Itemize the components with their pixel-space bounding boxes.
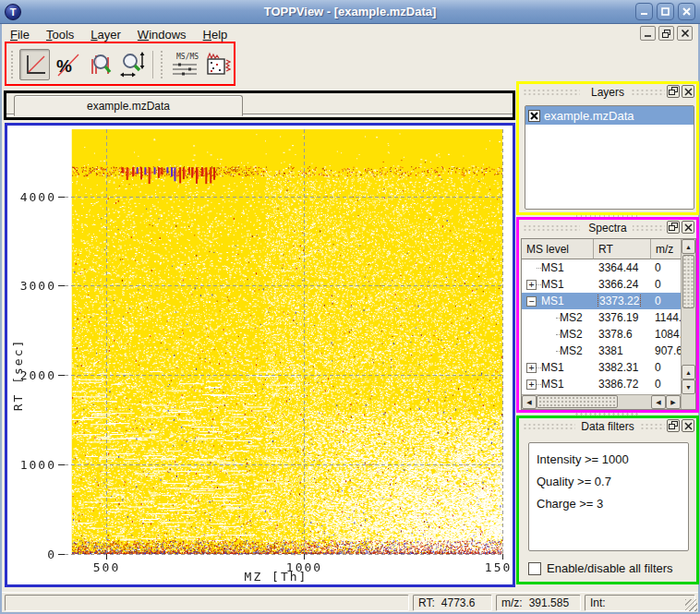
scroll-track[interactable] [682, 309, 695, 365]
data-filters-panel: Data filters Intensity >= 1000 Quality >… [519, 418, 696, 583]
msms-icon: MS/MS [170, 51, 199, 78]
svg-text:MS/MS: MS/MS [176, 53, 199, 61]
panel-close-button[interactable] [682, 85, 694, 98]
filter-item-intensity[interactable]: Intensity >= 1000 [529, 449, 688, 471]
spectra-row[interactable]: +MS1 3382.31 0 [522, 359, 681, 376]
intensity-linear-button[interactable] [19, 49, 50, 80]
spectra-panel: Spectra MS level RT m/z [519, 220, 696, 411]
layer-visibility-checkbox[interactable] [528, 110, 540, 122]
menu-layer[interactable]: Layer [82, 26, 129, 43]
filter-item-quality[interactable]: Quality >= 0.7 [529, 471, 688, 493]
close-icon [684, 422, 693, 430]
panel-drag-handle[interactable] [523, 89, 580, 95]
spectra-row[interactable]: MS1 3364.44 0 [522, 259, 681, 276]
msms-view-button[interactable]: MS/MS [169, 49, 200, 80]
restore-icon [661, 29, 671, 39]
status-message-panel [5, 595, 409, 611]
close-icon [681, 29, 690, 38]
check-x-icon [530, 112, 538, 120]
toolbar-drag-handle[interactable] [160, 50, 164, 79]
spectra-panel-titlebar[interactable]: Spectra [519, 220, 696, 235]
mz-value: 391.585 [529, 596, 569, 609]
window-title: TOPPView - [example.mzData] [0, 5, 700, 18]
spectra-row-selected[interactable]: −MS1 3373.22 0 [522, 293, 681, 309]
minimize-icon [639, 6, 649, 17]
magnifier-peaks-icon [88, 52, 114, 78]
panel-splitter[interactable] [574, 213, 639, 219]
filter-list: Intensity >= 1000 Quality >= 0.7 Charge … [528, 442, 689, 551]
resize-grip[interactable] [685, 599, 697, 611]
scroll-up-button[interactable]: ▲ [682, 239, 695, 254]
mdi-close-button[interactable] [677, 26, 693, 41]
expander-icon[interactable]: + [526, 379, 537, 390]
expander-icon[interactable]: + [526, 363, 537, 373]
panel-float-button[interactable] [667, 419, 680, 432]
filter-item-charge[interactable]: Charge >= 3 [529, 493, 688, 515]
column-header-ms-level[interactable]: MS level [522, 239, 594, 259]
layer-item-example-mzdata[interactable]: example.mzData [525, 106, 694, 125]
linear-axes-icon [23, 53, 47, 77]
window-maximize-button[interactable] [657, 3, 674, 20]
toolbar-separator [152, 51, 153, 78]
column-header-mz[interactable]: m/z [651, 239, 681, 259]
scroll-left-icon: ◀ [656, 399, 660, 406]
layers-panel-titlebar[interactable]: Layers [519, 84, 696, 100]
zoom-axes-button[interactable] [117, 49, 148, 80]
spectra-panel-title: Spectra [583, 222, 632, 235]
status-int-panel: Int: [585, 595, 695, 611]
scroll-right-button[interactable]: ▶ [666, 395, 681, 409]
scroll-left-button[interactable]: ◀ [651, 395, 666, 409]
float-icon [669, 223, 678, 232]
spectra-row[interactable]: MS2 3381 907.6 [522, 343, 681, 359]
title-bar[interactable]: T TOPPView - [example.mzData] [0, 0, 700, 24]
plot-canvas[interactable] [7, 126, 513, 584]
panel-close-button[interactable] [682, 221, 694, 234]
scroll-left-button[interactable]: ◀ [522, 395, 537, 409]
menu-help[interactable]: Help [195, 26, 236, 43]
spectra-table-header: MS level RT m/z [522, 239, 681, 259]
menu-tools[interactable]: Tools [38, 26, 82, 43]
panel-drag-handle[interactable] [523, 423, 580, 429]
window-minimize-button[interactable] [635, 3, 653, 20]
data-filters-panel-titlebar[interactable]: Data filters [519, 418, 696, 434]
status-rt-panel: RT:4773.6 [413, 595, 492, 611]
menu-bar: File Tools Layer Windows Help [2, 24, 698, 44]
spectra-row[interactable]: +MS1 3366.24 0 [522, 276, 681, 293]
panel-drag-handle[interactable] [523, 224, 580, 231]
enable-filters-label: Enable/disable all filters [547, 561, 673, 575]
menu-file[interactable]: File [2, 26, 38, 43]
vertical-scroll-thumb[interactable] [682, 255, 694, 308]
mdi-restore-button[interactable] [658, 26, 674, 41]
horizontal-scroll-thumb[interactable] [537, 395, 618, 408]
collapse-icon[interactable]: − [526, 296, 537, 307]
vertical-scrollbar[interactable]: ▲ ▲ ▼ [681, 239, 695, 409]
toolbar-drag-handle[interactable] [10, 50, 15, 79]
spectra-row[interactable]: MS2 3378.6 1084. [522, 326, 681, 343]
scroll-up-button[interactable]: ▲ [682, 365, 695, 379]
panel-float-button[interactable] [667, 85, 680, 98]
panel-close-button[interactable] [682, 419, 694, 432]
minimize-icon [644, 29, 653, 38]
spectra-rows: MS1 3364.44 0 +MS1 3366.24 0 −MS1 3373.2… [522, 259, 681, 409]
zoom-button[interactable] [85, 49, 115, 80]
float-icon [669, 87, 678, 96]
enable-filters-checkbox[interactable] [528, 562, 541, 575]
svg-text:%: % [56, 56, 72, 76]
tab-example-mzdata[interactable]: example.mzData [14, 95, 243, 116]
mdi-minimize-button[interactable] [640, 26, 656, 41]
scroll-right-icon: ▶ [670, 399, 675, 406]
window-close-button[interactable] [678, 3, 695, 20]
spectra-row[interactable]: +MS1 3386.72 0 [522, 376, 681, 392]
tab-bar: example.mzData [6, 94, 513, 117]
column-header-rt[interactable]: RT [594, 239, 651, 259]
menu-windows[interactable]: Windows [129, 26, 195, 43]
float-icon [669, 421, 678, 430]
close-icon [684, 223, 693, 232]
scroll-down-button[interactable]: ▼ [682, 379, 695, 394]
panel-float-button[interactable] [667, 221, 680, 234]
expander-icon[interactable]: + [526, 280, 537, 290]
intensity-percentage-button[interactable]: % [52, 49, 82, 80]
map-2d-view-button[interactable] [202, 49, 233, 80]
horizontal-scrollbar[interactable]: ◀ ◀ ▶ [522, 394, 681, 409]
spectra-row[interactable]: MS2 3376.19 1144. [522, 309, 681, 326]
